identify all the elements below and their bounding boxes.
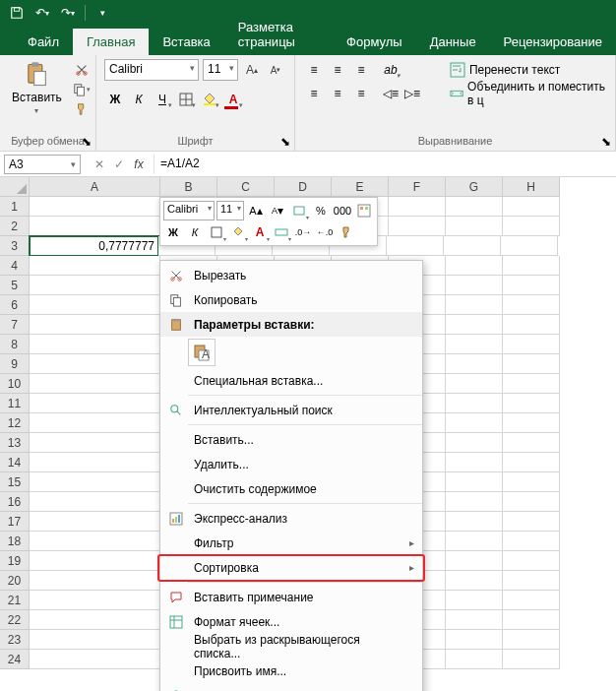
cell-H12[interactable] <box>503 413 560 433</box>
cell-G8[interactable] <box>446 335 503 354</box>
mini-bold[interactable]: Ж <box>163 222 183 242</box>
column-header-C[interactable]: C <box>217 177 275 197</box>
row-header-6[interactable]: 6 <box>0 295 30 315</box>
row-header-11[interactable]: 11 <box>0 394 30 413</box>
cell-H19[interactable] <box>503 551 560 571</box>
borders-button[interactable] <box>175 89 197 110</box>
cell-A24[interactable] <box>30 650 160 669</box>
cell-A3[interactable]: 0,7777777 <box>29 235 159 257</box>
menu-insert[interactable]: Вставить... <box>160 427 422 452</box>
cell-H21[interactable] <box>503 591 560 610</box>
cell-A18[interactable] <box>30 532 160 551</box>
cell-G18[interactable] <box>446 532 503 551</box>
mini-accounting-format[interactable] <box>289 201 309 220</box>
row-header-10[interactable]: 10 <box>0 374 30 394</box>
row-header-14[interactable]: 14 <box>0 453 30 472</box>
column-header-E[interactable]: E <box>332 177 389 197</box>
row-header-4[interactable]: 4 <box>0 256 30 276</box>
column-header-H[interactable]: H <box>503 177 560 197</box>
column-header-D[interactable]: D <box>275 177 332 197</box>
cell-H5[interactable] <box>503 276 560 295</box>
row-header-12[interactable]: 12 <box>0 413 30 433</box>
cell-A17[interactable] <box>30 512 160 532</box>
cell-G9[interactable] <box>446 354 503 374</box>
increase-indent-button[interactable]: ▷≡ <box>401 83 423 104</box>
row-header-3[interactable]: 3 <box>0 236 30 256</box>
cell-H18[interactable] <box>503 532 560 551</box>
undo-button[interactable]: ↶▾ <box>31 2 53 24</box>
mini-font-color[interactable]: A <box>250 222 270 242</box>
cell-H24[interactable] <box>503 650 560 669</box>
row-header-7[interactable]: 7 <box>0 315 30 335</box>
name-box[interactable]: A3 <box>4 155 81 174</box>
cell-A9[interactable] <box>30 354 160 374</box>
row-header-9[interactable]: 9 <box>0 354 30 374</box>
row-header-17[interactable]: 17 <box>0 512 30 532</box>
align-left-button[interactable]: ≡ <box>303 83 325 104</box>
cell-G15[interactable] <box>446 472 503 492</box>
row-header-15[interactable]: 15 <box>0 472 30 492</box>
cell-G10[interactable] <box>446 374 503 394</box>
redo-button[interactable]: ↷▾ <box>57 2 79 24</box>
cell-G13[interactable] <box>446 433 503 453</box>
decrease-indent-button[interactable]: ◁≡ <box>380 83 401 104</box>
clipboard-dialog-launcher[interactable]: ⬊ <box>80 135 93 149</box>
menu-clear-contents[interactable]: Очистить содержимое <box>160 476 422 501</box>
tab-page-layout[interactable]: Разметка страницы <box>224 14 333 55</box>
cell-A19[interactable] <box>30 551 160 571</box>
copy-button[interactable]: ▾ <box>72 81 92 98</box>
accept-formula-button[interactable]: ✓ <box>110 156 128 173</box>
column-header-B[interactable]: B <box>160 177 217 197</box>
row-header-13[interactable]: 13 <box>0 433 30 453</box>
cell-A12[interactable] <box>30 413 160 433</box>
row-header-21[interactable]: 21 <box>0 591 30 610</box>
menu-pick-from-dropdown[interactable]: Выбрать из раскрывающегося списка... <box>160 634 422 659</box>
cell-H14[interactable] <box>503 453 560 472</box>
mini-merge[interactable] <box>272 222 291 242</box>
row-header-1[interactable]: 1 <box>0 197 30 217</box>
row-header-22[interactable]: 22 <box>0 610 30 630</box>
cell-G19[interactable] <box>446 551 503 571</box>
align-right-button[interactable]: ≡ <box>350 83 372 104</box>
mini-percent-format[interactable]: % <box>311 201 331 220</box>
cell-G14[interactable] <box>446 453 503 472</box>
paste-option-default[interactable]: A <box>188 339 216 366</box>
save-button[interactable] <box>6 2 28 24</box>
cell-G17[interactable] <box>446 512 503 532</box>
cell-H10[interactable] <box>503 374 560 394</box>
menu-insert-comment[interactable]: Вставить примечание <box>160 585 422 609</box>
underline-button[interactable]: Ч <box>152 89 173 110</box>
insert-function-button[interactable]: fx <box>130 156 148 173</box>
cell-A22[interactable] <box>30 610 160 630</box>
align-center-button[interactable]: ≡ <box>327 83 348 104</box>
align-top-button[interactable]: ≡ <box>303 59 325 81</box>
menu-copy[interactable]: Копировать <box>160 287 422 312</box>
cell-A7[interactable] <box>30 315 160 335</box>
cell-H2[interactable] <box>503 217 560 236</box>
cell-A5[interactable] <box>30 276 160 295</box>
orientation-button[interactable]: ab <box>380 59 401 81</box>
cell-H11[interactable] <box>503 394 560 413</box>
cell-G6[interactable] <box>446 295 503 315</box>
column-header-A[interactable]: A <box>30 177 160 197</box>
font-name-select[interactable]: Calibri <box>104 59 199 81</box>
menu-delete[interactable]: Удалить... <box>160 452 422 476</box>
select-all-button[interactable] <box>0 177 30 197</box>
tab-home[interactable]: Главная <box>73 29 149 55</box>
format-painter-button[interactable] <box>72 100 92 118</box>
bold-button[interactable]: Ж <box>104 89 126 110</box>
paste-button[interactable]: Вставить ▾ <box>8 59 66 117</box>
menu-sort[interactable]: Сортировка <box>160 555 422 580</box>
cell-H17[interactable] <box>503 512 560 532</box>
menu-hyperlink[interactable]: Гиперссылка... <box>160 683 422 691</box>
cell-F3[interactable] <box>387 236 444 256</box>
row-header-5[interactable]: 5 <box>0 276 30 295</box>
cell-A10[interactable] <box>30 374 160 394</box>
row-header-24[interactable]: 24 <box>0 650 30 669</box>
cell-H3[interactable] <box>501 236 558 256</box>
cell-A8[interactable] <box>30 335 160 354</box>
cell-A6[interactable] <box>30 295 160 315</box>
cell-H9[interactable] <box>503 354 560 374</box>
cell-H8[interactable] <box>503 335 560 354</box>
mini-decrease-font[interactable]: A▾ <box>268 201 287 220</box>
